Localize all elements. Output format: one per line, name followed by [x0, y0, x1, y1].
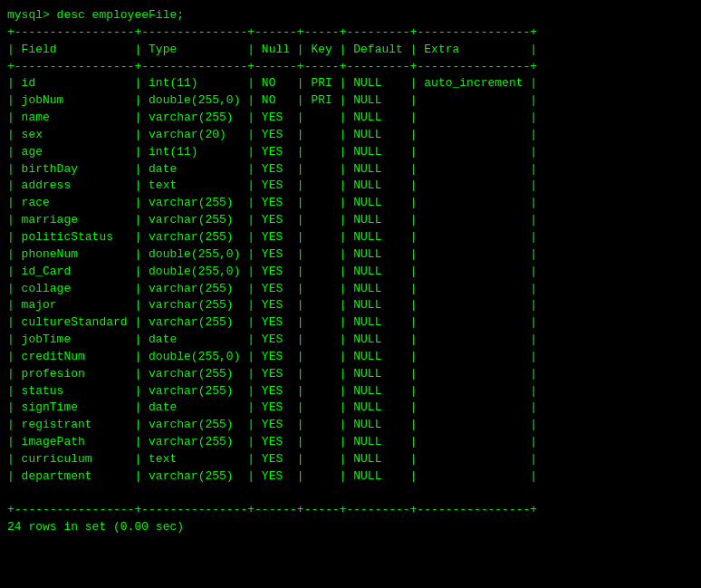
terminal-window: mysql> desc employeeFile; +-------------…: [7, 7, 694, 536]
footer-line: 24 rows in set (0.00 sec): [7, 520, 184, 534]
terminal-content: mysql> desc employeeFile; +-------------…: [7, 7, 694, 536]
separator-bot: +-----------------+---------------+-----…: [7, 503, 537, 516]
separator-top: +-----------------+---------------+-----…: [7, 25, 537, 39]
header-row: | Field | Type | Null | Key | Default | …: [7, 43, 537, 56]
prompt-line: mysql> desc employeeFile;: [7, 8, 184, 22]
separator-mid: +-----------------+---------------+-----…: [7, 60, 537, 73]
data-rows: | id | int(11) | NO | PRI | NULL | auto_…: [7, 76, 537, 482]
